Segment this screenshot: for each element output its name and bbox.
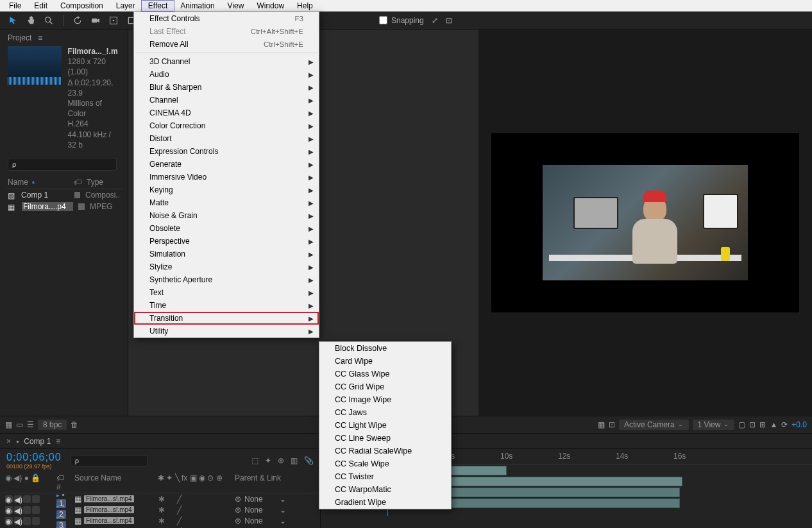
col-parent[interactable]: Parent & Link: [235, 473, 286, 491]
views-dropdown[interactable]: 1 View ⌄: [693, 420, 735, 430]
tl-icon-2[interactable]: ✦: [265, 456, 271, 465]
effect-category-item[interactable]: Blur & Sharpen▶: [134, 81, 319, 94]
effect-category-item[interactable]: Noise & Grain▶: [134, 209, 319, 222]
timeline-track[interactable]: ◉◀) ▸ ▪ 1 ▦ Filmora...s!.mp4 ✱╱ ⊚None⌄: [0, 493, 320, 504]
transition-item[interactable]: CC Glass Wipe: [319, 368, 451, 380]
menu-layer[interactable]: Layer: [110, 1, 142, 11]
snapping-checkbox[interactable]: [379, 16, 387, 24]
menu-file[interactable]: File: [3, 1, 28, 11]
timeline-search-input[interactable]: [71, 455, 148, 466]
selection-tool-icon[interactable]: [6, 14, 19, 27]
tl-icon-4[interactable]: ▥: [291, 456, 298, 465]
sort-icon[interactable]: ▲: [31, 179, 36, 185]
camera-tool-icon[interactable]: [89, 14, 102, 27]
guides-icon[interactable]: ⊡: [609, 420, 615, 429]
transition-item[interactable]: CC Scale Wipe: [319, 457, 451, 470]
column-type[interactable]: Type: [87, 178, 103, 187]
project-flow-icon[interactable]: ▭: [16, 420, 23, 429]
project-view-icon[interactable]: ▦: [5, 420, 12, 429]
tl-icon-1[interactable]: ⬚: [251, 456, 258, 465]
project-item[interactable]: ▧Comp 1Composi..: [5, 189, 123, 201]
bpc-dropdown[interactable]: 8 bpc: [38, 420, 67, 430]
menu-animation[interactable]: Animation: [174, 1, 221, 11]
effect-category-item[interactable]: 3D Channel▶: [134, 55, 319, 68]
transition-item[interactable]: Block Dissolve: [319, 342, 451, 355]
transition-item[interactable]: CC WarpoMatic: [319, 483, 451, 496]
view-opt1-icon[interactable]: ▢: [738, 420, 745, 429]
effect-category-item[interactable]: Keying▶: [134, 183, 319, 196]
view-opt4-icon[interactable]: ▲: [770, 420, 777, 429]
effect-category-item[interactable]: Stylize▶: [134, 260, 319, 273]
exposure-value[interactable]: +0.0: [791, 420, 807, 429]
tl-icon-5[interactable]: 📎: [304, 456, 314, 465]
snapping-extra-icon[interactable]: ⊡: [446, 16, 452, 25]
tl-icon-3[interactable]: ⊕: [278, 456, 284, 465]
effect-category-item[interactable]: Time▶: [134, 299, 319, 312]
snapping-options-icon[interactable]: ⤢: [432, 16, 438, 25]
effect-menu-item[interactable]: Effect ControlsF3: [134, 12, 319, 25]
transition-item[interactable]: CC Radial ScaleWipe: [319, 445, 451, 457]
viewer-canvas[interactable]: [491, 133, 799, 312]
effect-category-item[interactable]: Immersive Video▶: [134, 171, 319, 183]
menu-edit[interactable]: Edit: [28, 1, 54, 11]
effect-category-item[interactable]: Text▶: [134, 286, 319, 299]
zoom-tool-icon[interactable]: [42, 14, 55, 27]
timeline-track[interactable]: ◉◀) ▸ ▪ 2 ▦ Filmora...s!.mp4 ✱╱ ⊚None⌄: [0, 504, 320, 515]
transition-item[interactable]: CC Light Wipe: [319, 419, 451, 432]
close-tab-icon[interactable]: ×: [6, 437, 11, 446]
effect-category-item[interactable]: Audio▶: [134, 68, 319, 81]
rotation-tool-icon[interactable]: [71, 14, 84, 27]
view-opt3-icon[interactable]: ⊞: [759, 420, 766, 429]
timeline-comp-name[interactable]: Comp 1: [24, 437, 51, 446]
effect-menu-item[interactable]: Remove AllCtrl+Shift+E: [134, 38, 319, 51]
menu-effect[interactable]: Effect: [142, 1, 174, 11]
transition-item[interactable]: Card Wipe: [319, 355, 451, 368]
delete-icon[interactable]: 🗑: [71, 420, 78, 429]
effect-category-item[interactable]: Utility▶: [134, 325, 319, 337]
menu-window[interactable]: Window: [250, 1, 291, 11]
effect-menu-item: Last EffectCtrl+Alt+Shift+E: [134, 25, 319, 38]
effect-category-item[interactable]: Channel▶: [134, 94, 319, 106]
transition-item[interactable]: CC Image Wipe: [319, 393, 451, 406]
effect-category-item[interactable]: Transition▶: [134, 312, 319, 325]
effect-category-item[interactable]: Generate▶: [134, 158, 319, 171]
grid-icon[interactable]: ▦: [598, 420, 605, 429]
pan-behind-tool-icon[interactable]: [107, 14, 120, 27]
effect-category-item[interactable]: Perspective▶: [134, 235, 319, 248]
snapping-label: Snapping: [391, 16, 424, 25]
project-item[interactable]: ▦Filmora....p4MPEG: [5, 201, 123, 212]
effect-category-item[interactable]: Synthetic Aperture▶: [134, 273, 319, 286]
snapping-toggle[interactable]: Snapping ⤢ ⊡: [379, 16, 452, 25]
project-search-input[interactable]: [8, 158, 117, 171]
effect-category-item[interactable]: Color Correction▶: [134, 119, 319, 132]
tab-menu-icon[interactable]: ≡: [56, 437, 60, 446]
panel-menu-icon[interactable]: ≡: [38, 33, 42, 42]
label-column-icon[interactable]: 🏷: [74, 178, 81, 187]
menu-bar: FileEditCompositionLayerEffectAnimationV…: [0, 0, 812, 12]
effect-category-item[interactable]: Expression Controls▶: [134, 145, 319, 158]
project-panel-title: Project: [8, 33, 31, 42]
current-timecode[interactable]: 0;00;06;00: [6, 452, 62, 463]
transition-item[interactable]: CC Line Sweep: [319, 432, 451, 445]
view-opt2-icon[interactable]: ⊡: [749, 420, 756, 429]
effect-category-item[interactable]: Simulation▶: [134, 248, 319, 260]
col-sourcename[interactable]: Source Name: [74, 473, 151, 491]
column-name[interactable]: Name: [8, 178, 28, 187]
timeline-track[interactable]: ◉◀) ▸ ▪ 3 ▦ Filmora...s!.mp4 ✱╱ ⊚None⌄: [0, 515, 320, 526]
effect-category-item[interactable]: CINEMA 4D▶: [134, 106, 319, 119]
menu-help[interactable]: Help: [291, 1, 319, 11]
effect-category-item[interactable]: Matte▶: [134, 196, 319, 209]
camera-dropdown[interactable]: Active Camera ⌄: [619, 420, 689, 430]
project-list-icon[interactable]: ☰: [27, 420, 34, 429]
menu-view[interactable]: View: [221, 1, 251, 11]
menu-composition[interactable]: Composition: [54, 1, 110, 11]
tab-comp-icon: ▪: [16, 437, 19, 446]
transition-item[interactable]: CC Twister: [319, 470, 451, 483]
exposure-reset-icon[interactable]: ⟳: [781, 420, 788, 429]
effect-category-item[interactable]: Obsolete▶: [134, 222, 319, 235]
transition-item[interactable]: CC Jaws: [319, 406, 451, 419]
transition-item[interactable]: CC Grid Wipe: [319, 380, 451, 393]
transition-item[interactable]: Gradient Wipe: [319, 496, 451, 509]
effect-category-item[interactable]: Distort▶: [134, 132, 319, 145]
hand-tool-icon[interactable]: [24, 14, 37, 27]
